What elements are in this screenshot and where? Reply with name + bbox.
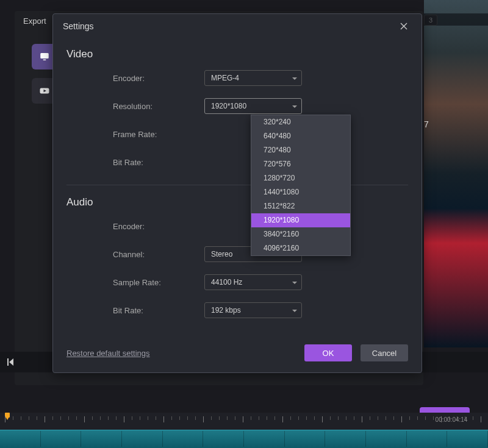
chevron-down-icon (292, 103, 298, 109)
resolution-dropdown[interactable]: 320*240640*480720*480720*5761280*7201440… (251, 115, 351, 256)
select-value: MPEG-4 (211, 74, 239, 82)
resolution-option[interactable]: 640*480 (251, 129, 350, 143)
resolution-option[interactable]: 1440*1080 (251, 185, 350, 199)
timeline-track[interactable] (0, 430, 488, 448)
label-bit-rate: Bit Rate: (113, 158, 204, 167)
dialog-title: Settings (63, 21, 94, 31)
overlay-number: 7 (424, 119, 429, 129)
youtube-icon (39, 85, 50, 96)
restore-defaults-link[interactable]: Restore default settings (66, 349, 150, 358)
resolution-option[interactable]: 720*480 (251, 143, 350, 157)
label-resolution: Resolution: (113, 102, 204, 111)
select-value: 44100 Hz (211, 278, 242, 286)
close-icon[interactable] (396, 18, 412, 34)
resolution-option[interactable]: 1512*822 (251, 199, 350, 213)
chevron-down-icon (292, 75, 298, 81)
ok-button[interactable]: OK (304, 344, 352, 361)
label-audio-bit-rate: Bit Rate: (113, 306, 204, 315)
select-value: Stereo (211, 250, 232, 258)
chevron-down-icon (292, 279, 298, 285)
select-value: 1920*1080 (211, 102, 246, 110)
label-frame-rate: Frame Rate: (113, 130, 204, 139)
label-encoder: Encoder: (113, 74, 204, 83)
settings-dialog: Settings Video Encoder: MPEG-4 Resolutio… (52, 13, 422, 373)
resolution-option[interactable]: 1280*720 (251, 171, 350, 185)
resolution-option[interactable]: 320*240 (251, 115, 350, 129)
section-video: Video (66, 48, 408, 60)
divider (66, 185, 408, 185)
section-audio: Audio (66, 196, 408, 208)
audio-bitrate-select[interactable]: 192 kbps (204, 302, 302, 318)
svg-rect-1 (43, 60, 46, 61)
time-label: 00:00:04:14 (436, 416, 468, 423)
monitor-icon (39, 51, 50, 62)
resolution-option[interactable]: 3840*2160 (251, 227, 350, 241)
cancel-button[interactable]: Cancel (361, 344, 408, 361)
export-title: Export (23, 16, 46, 26)
prev-icon[interactable] (5, 357, 15, 367)
resolution-select[interactable]: 1920*1080 (204, 98, 302, 114)
sample-rate-select[interactable]: 44100 Hz (204, 274, 302, 290)
resolution-option[interactable]: 720*576 (251, 157, 350, 171)
select-value: 192 kbps (211, 306, 241, 315)
svg-rect-0 (40, 53, 49, 59)
resolution-option[interactable]: 1920*1080 (251, 213, 350, 227)
preview-overlay (424, 13, 488, 26)
resolution-option[interactable]: 4096*2160 (251, 241, 350, 255)
video-encoder-select[interactable]: MPEG-4 (204, 70, 302, 86)
preview-pane: 3 (424, 0, 488, 347)
chevron-down-icon (292, 307, 298, 313)
timeline[interactable]: 00:00:04:14 (0, 413, 488, 448)
label-sample-rate: Sample Rate: (113, 278, 204, 287)
label-audio-encoder: Encoder: (113, 222, 204, 231)
label-channel: Channel: (113, 250, 204, 259)
